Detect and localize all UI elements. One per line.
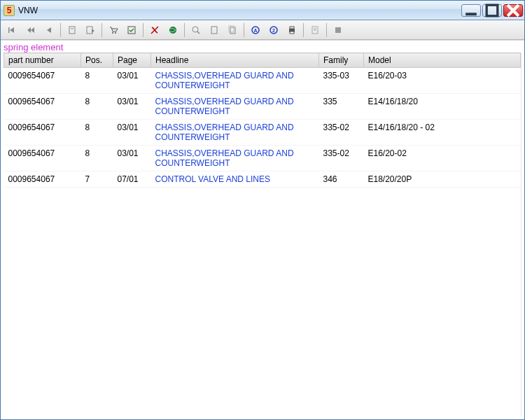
svg-point-18	[192, 27, 198, 32]
col-family[interactable]: Family	[319, 53, 364, 68]
cell-headline[interactable]: CONTROL VALVE AND LINES	[151, 172, 319, 188]
cell-part-number: 0009654067	[4, 172, 81, 188]
svg-marker-12	[92, 29, 94, 33]
svg-rect-21	[230, 27, 235, 34]
cell-model: E18/20/20P	[364, 172, 521, 188]
col-model[interactable]: Model	[364, 53, 521, 68]
cell-model: E16/20-02	[364, 146, 521, 172]
cell-family: 335-02	[319, 120, 364, 146]
table-row[interactable]: 0009654067803/01CHASSIS,OVERHEAD GUARD A…	[4, 94, 521, 120]
svg-rect-22	[229, 26, 234, 32]
notes-icon[interactable]	[307, 22, 323, 38]
cell-headline[interactable]: CHASSIS,OVERHEAD GUARD AND COUNTERWEIGHT	[151, 146, 319, 172]
section-title: spring element	[1, 40, 524, 52]
app-window: 5 VNW A 2	[0, 0, 525, 420]
col-headline[interactable]: Headline	[151, 53, 319, 68]
svg-marker-5	[10, 27, 14, 33]
marker-a-icon[interactable]: A	[247, 22, 264, 38]
table-row[interactable]: 0009654067803/01CHASSIS,OVERHEAD GUARD A…	[4, 68, 521, 94]
cell-pos: 7	[81, 172, 113, 188]
marker-b-icon[interactable]: 2	[265, 22, 282, 38]
cell-headline[interactable]: CHASSIS,OVERHEAD GUARD AND COUNTERWEIGHT	[151, 68, 319, 94]
col-part-number[interactable]: part number	[4, 53, 81, 68]
bookmark-add-icon[interactable]	[64, 22, 80, 38]
svg-text:2: 2	[272, 28, 275, 33]
svg-marker-6	[27, 27, 31, 33]
table-header-row: part number Pos. Page Headline Family Mo…	[4, 53, 521, 68]
col-pos[interactable]: Pos.	[81, 53, 113, 68]
fast-previous-icon[interactable]	[22, 22, 39, 38]
svg-marker-8	[47, 27, 51, 33]
cart-icon[interactable]	[105, 22, 122, 38]
table-row[interactable]: 0009654067803/01CHASSIS,OVERHEAD GUARD A…	[4, 120, 521, 146]
cell-pos: 8	[81, 146, 113, 172]
cell-pos: 8	[81, 94, 113, 120]
table-row[interactable]: 0009654067803/01CHASSIS,OVERHEAD GUARD A…	[4, 146, 521, 172]
col-page[interactable]: Page	[113, 53, 151, 68]
minimize-button[interactable]	[461, 4, 481, 17]
cell-model: E14/16/18/20 - 02	[364, 120, 521, 146]
history-disabled-icon[interactable]	[146, 22, 163, 38]
stop-icon[interactable]	[330, 22, 346, 38]
cell-part-number: 0009654067	[4, 68, 81, 94]
cell-model: E16/20-03	[364, 68, 521, 94]
window-buttons	[461, 4, 523, 17]
toolbar: A 2	[1, 20, 524, 40]
window-title: VNW	[18, 6, 38, 15]
svg-rect-1	[486, 5, 498, 16]
cell-page: 03/01	[113, 94, 151, 120]
maximize-button[interactable]	[482, 4, 502, 17]
svg-point-13	[112, 32, 113, 34]
cell-pos: 8	[81, 68, 113, 94]
cell-family: 335-03	[319, 68, 364, 94]
checklist-icon[interactable]	[123, 22, 140, 38]
cell-page: 03/01	[113, 120, 151, 146]
page-icon[interactable]	[206, 22, 223, 38]
svg-marker-7	[31, 27, 34, 33]
svg-rect-28	[290, 27, 294, 29]
zoom-icon[interactable]	[188, 22, 204, 38]
svg-text:A: A	[253, 28, 257, 33]
svg-rect-11	[87, 27, 92, 34]
cell-family: 346	[319, 172, 364, 188]
globe-icon[interactable]	[164, 22, 181, 38]
cell-page: 07/01	[113, 172, 151, 188]
svg-point-14	[115, 32, 116, 34]
previous-icon[interactable]	[41, 22, 57, 38]
cell-part-number: 0009654067	[4, 94, 81, 120]
app-icon: 5	[4, 5, 15, 16]
table-row[interactable]: 0009654067707/01CONTROL VALVE AND LINES3…	[4, 172, 521, 188]
bookmark-next-icon[interactable]	[82, 22, 99, 38]
cell-headline[interactable]: CHASSIS,OVERHEAD GUARD AND COUNTERWEIGHT	[151, 94, 319, 120]
cell-part-number: 0009654067	[4, 146, 81, 172]
svg-rect-20	[211, 27, 217, 34]
cell-pos: 8	[81, 120, 113, 146]
results-grid[interactable]: part number Pos. Page Headline Family Mo…	[4, 52, 522, 416]
cell-family: 335-02	[319, 146, 364, 172]
titlebar: 5 VNW	[1, 1, 524, 20]
svg-rect-33	[335, 27, 341, 33]
print-icon[interactable]	[284, 22, 300, 38]
cell-family: 335	[319, 94, 364, 120]
svg-line-19	[197, 31, 200, 34]
cell-model: E14/16/18/20	[364, 94, 521, 120]
cell-page: 03/01	[113, 146, 151, 172]
page-stack-icon[interactable]	[224, 22, 241, 38]
cell-headline[interactable]: CHASSIS,OVERHEAD GUARD AND COUNTERWEIGHT	[151, 120, 319, 146]
cell-part-number: 0009654067	[4, 120, 81, 146]
svg-rect-9	[69, 27, 75, 34]
close-button[interactable]	[503, 4, 523, 17]
svg-rect-4	[8, 27, 10, 33]
cell-page: 03/01	[113, 68, 151, 94]
first-record-icon[interactable]	[4, 22, 21, 38]
svg-rect-29	[290, 31, 294, 34]
